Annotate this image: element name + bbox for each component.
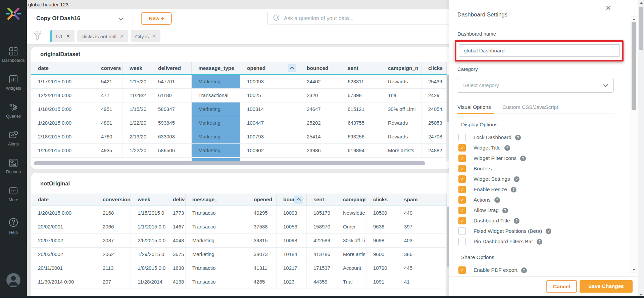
column-header-message-type[interactable]: message_type	[192, 62, 240, 74]
user-avatar[interactable]	[6, 273, 21, 289]
share-options-list: ✓Enable PDF export?	[458, 266, 527, 277]
sidebar-item-widgets[interactable]: Widgets	[0, 74, 27, 91]
sort-ascending-indicator[interactable]	[288, 64, 296, 72]
dashboard-selector[interactable]: Copy Of Dash16	[36, 9, 80, 28]
checkbox-borders[interactable]: ✓	[458, 165, 466, 172]
save-changes-button[interactable]: Save Changes	[580, 280, 633, 293]
cell: Marketing	[192, 130, 240, 143]
cell: 30% off Limi	[381, 102, 422, 116]
help-icon[interactable]: ?	[504, 145, 510, 151]
cell: Marketing	[192, 102, 240, 116]
widget-original-dataset: originalDataset dateconversweekdelivered…	[31, 47, 450, 169]
horizontal-scrollbar[interactable]	[34, 161, 425, 165]
page-scrollbar[interactable]	[638, 0, 644, 298]
help-icon[interactable]: ?	[537, 239, 542, 245]
checkbox-lock-dashboard[interactable]	[458, 134, 466, 141]
chevron-down-icon[interactable]	[118, 16, 123, 20]
remove-filter-icon[interactable]: ✕	[66, 34, 70, 39]
cell: 1/15/20	[123, 75, 151, 88]
column-header-week[interactable]: week	[123, 62, 151, 74]
column-header-date[interactable]: date	[31, 62, 94, 74]
cell: 422589	[307, 234, 336, 247]
help-icon[interactable]: ?	[521, 267, 527, 273]
column-header-deliv[interactable]: deliv	[166, 194, 186, 206]
option-row-lock-dashboard: Lock Dashboard?	[458, 134, 551, 141]
help-icon[interactable]: ?	[515, 135, 521, 140]
column-header-week[interactable]: week	[131, 194, 166, 206]
sidebar-item-label: Queries	[0, 114, 27, 119]
checkbox-widget-settings[interactable]: ✓	[458, 175, 466, 183]
dashboards-icon	[0, 46, 27, 57]
help-icon[interactable]: ?	[511, 187, 516, 193]
sidebar-item-queries[interactable]: Queries	[0, 102, 27, 119]
help-icon[interactable]: ?	[494, 197, 500, 203]
column-header-conversions[interactable]: conversions	[96, 194, 131, 206]
column-header-sent[interactable]: sent	[341, 62, 381, 74]
cell: Marketing	[192, 75, 240, 88]
sidebar-item-more[interactable]: More	[0, 186, 27, 202]
tab-custom-css-javascript[interactable]: Custom CSS/JavaScript	[502, 104, 558, 110]
column-header-campaign-n[interactable]: campaign_n	[381, 62, 422, 74]
sidebar-item-label: Dashboards	[0, 58, 27, 63]
cancel-button[interactable]: Cancel	[546, 280, 577, 293]
help-icon[interactable]: ?	[520, 156, 526, 161]
new-dashboard-button[interactable]: New +	[141, 12, 172, 25]
partial-row-highlight-cell	[192, 158, 240, 161]
column-header-spam[interactable]: spam	[397, 194, 447, 206]
help-icon[interactable]: ?	[514, 218, 519, 224]
remove-filter-icon[interactable]: ✕	[152, 34, 156, 39]
checkbox-widget-title[interactable]: ✓	[458, 144, 466, 152]
cell: 4951	[94, 102, 123, 116]
column-header-date[interactable]: date	[31, 194, 96, 206]
checkbox-fixed-widget-positions-beta[interactable]	[458, 227, 466, 235]
search-input[interactable]	[283, 15, 446, 22]
checkbox-actions[interactable]: ✓	[458, 196, 466, 204]
cell: Marketing	[186, 234, 247, 247]
sort-ascending-indicator[interactable]	[294, 196, 303, 204]
cell: Marketing	[192, 116, 240, 130]
sidebar-item-help[interactable]: Help	[0, 217, 27, 235]
column-header-clicks[interactable]: clicks	[366, 194, 397, 206]
close-icon[interactable]: ✕	[605, 4, 611, 12]
help-icon[interactable]: ?	[502, 208, 508, 213]
column-header-delivered[interactable]: delivered	[151, 62, 192, 74]
checkbox-enable-resize[interactable]: ✓	[458, 186, 466, 193]
filter-chip-clicks-is-not-null[interactable]: clicks is not null✕	[77, 30, 128, 42]
sidebar-item-label: Help	[0, 230, 27, 235]
checkbox-allow-drag[interactable]: ✓	[458, 207, 466, 214]
checkbox-label: Enable Resize	[474, 186, 507, 193]
cell: 25053	[422, 116, 447, 130]
cell: 2/13/20	[123, 130, 151, 143]
filter-chip-fs1[interactable]: fs1✕	[50, 30, 75, 42]
column-header-message[interactable]: message_	[186, 194, 247, 206]
cell: Marketing	[186, 248, 247, 261]
column-header-bounce[interactable]: bounce	[277, 194, 307, 206]
sidebar-item-reports[interactable]: Reports	[0, 158, 27, 174]
column-header-clicks[interactable]: clicks	[422, 62, 447, 74]
tab-visual-options[interactable]: Visual Options	[457, 104, 491, 110]
sidebar-item-alerts[interactable]: Alerts	[0, 130, 27, 146]
sidebar-item-dashboards[interactable]: Dashboards	[0, 46, 27, 63]
checkbox-pin-dashboard-filters-bar[interactable]	[458, 238, 466, 245]
filter-chip-city-is[interactable]: City is✕	[131, 30, 161, 42]
cell: Marketing	[192, 144, 240, 157]
filter-funnel-icon[interactable]	[33, 31, 44, 42]
column-header-bounced[interactable]: bounced	[300, 62, 341, 74]
column-header-campaign[interactable]: campaign_	[336, 194, 366, 206]
panel-scrollbar[interactable]	[631, 16, 637, 273]
checkbox-widget-filter-icons[interactable]: ✓	[458, 155, 466, 162]
remove-filter-icon[interactable]: ✕	[120, 34, 124, 39]
help-icon[interactable]: ?	[514, 176, 519, 182]
column-header-opened[interactable]: opened	[240, 62, 300, 74]
dashboard-name-input[interactable]	[459, 44, 620, 57]
option-row-borders: ✓Borders	[458, 165, 551, 172]
column-header-convers[interactable]: convers	[94, 62, 123, 74]
column-header-opened[interactable]: opened	[247, 194, 277, 206]
checkbox-enable-pdf-export[interactable]: ✓	[458, 266, 466, 274]
cell: 1/26/2015 0:00	[31, 144, 94, 157]
checkbox-dashboard-title[interactable]: ✓	[458, 217, 466, 224]
help-icon[interactable]: ?	[546, 228, 551, 234]
app-logo-icon[interactable]	[4, 5, 22, 24]
category-select[interactable]: Select category	[457, 78, 614, 93]
column-header-sent[interactable]: sent	[307, 194, 336, 206]
